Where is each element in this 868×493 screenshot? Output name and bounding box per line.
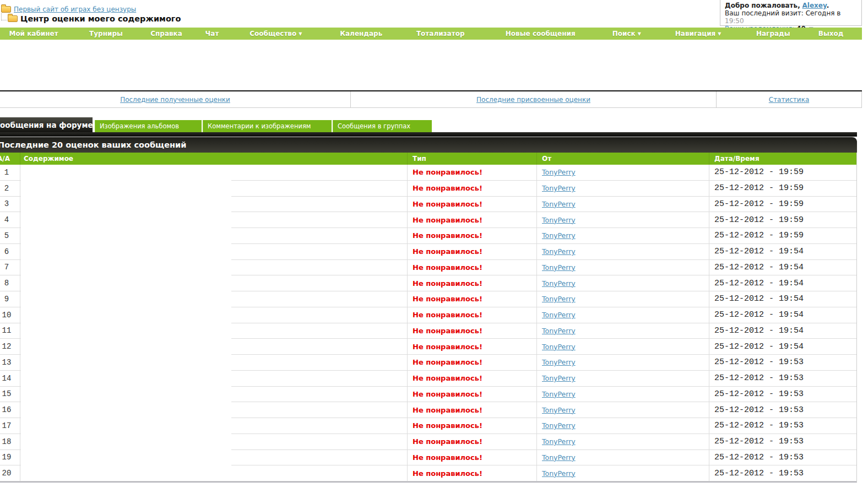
tab-group-messages[interactable]: Сообщения в группах xyxy=(333,120,432,132)
user-profile-link[interactable]: TonyPerry xyxy=(542,263,576,272)
user-profile-link[interactable]: TonyPerry xyxy=(542,216,576,224)
statistics-link[interactable]: Статистика xyxy=(769,96,810,104)
rating-from-cell: TonyPerry xyxy=(537,197,709,212)
row-number: 15 xyxy=(0,387,20,402)
received-ratings-link[interactable]: Последние полученные оценки xyxy=(120,96,230,104)
rating-from-cell: TonyPerry xyxy=(537,260,709,275)
user-profile-link[interactable]: TonyPerry xyxy=(542,469,576,478)
rating-type: Не понравилось! xyxy=(408,197,537,212)
nav-item-awards[interactable]: Награды xyxy=(756,28,790,40)
row-number: 11 xyxy=(0,323,20,339)
user-profile-link[interactable]: TonyPerry xyxy=(542,279,576,288)
rating-datetime: 25-12-2012 - 19:54 xyxy=(709,323,857,339)
nav-item-label: Награды xyxy=(756,30,790,37)
rating-datetime: 25-12-2012 - 19:54 xyxy=(709,260,857,275)
tab-forum-messages[interactable]: Сообщения на форуме xyxy=(0,117,93,132)
rating-datetime: 25-12-2012 - 19:54 xyxy=(709,307,857,323)
rating-from-cell: TonyPerry xyxy=(537,402,709,418)
tab-divider-bar xyxy=(0,132,857,137)
rating-type: Не понравилось! xyxy=(408,465,537,481)
statistics-cell: Статистика xyxy=(717,91,862,108)
rating-datetime: 25-12-2012 - 19:53 xyxy=(709,355,857,370)
user-profile-link[interactable]: TonyPerry xyxy=(542,247,576,256)
folder-icon xyxy=(1,6,11,13)
quick-links-row: Последние полученные оценки Последние пр… xyxy=(0,90,862,108)
rating-from-cell: TonyPerry xyxy=(537,291,709,307)
nav-item-totalizator[interactable]: Тотализатор xyxy=(416,28,465,40)
user-profile-link[interactable]: TonyPerry xyxy=(542,421,576,430)
given-ratings-link[interactable]: Последние присвоенные оценки xyxy=(476,96,590,104)
rating-from-cell: TonyPerry xyxy=(537,371,709,386)
nav-item-chat[interactable]: Чат xyxy=(205,28,219,40)
open-folder-icon xyxy=(8,15,18,22)
nav-item-calendar[interactable]: Календарь xyxy=(340,28,382,40)
user-profile-link[interactable]: TonyPerry xyxy=(542,184,576,192)
nav-item-label: Тотализатор xyxy=(416,30,465,37)
row-number: 13 xyxy=(0,355,20,370)
user-profile-link[interactable]: TonyPerry xyxy=(542,168,576,176)
rating-datetime: 25-12-2012 - 19:53 xyxy=(709,371,857,386)
chevron-down-icon: ▼ xyxy=(638,31,641,36)
user-profile-link[interactable]: TonyPerry xyxy=(542,327,576,335)
row-number: 10 xyxy=(0,307,20,323)
nav-item-label: Навигация xyxy=(675,30,716,37)
row-number: 9 xyxy=(0,291,20,307)
row-number: 7 xyxy=(0,260,20,275)
rating-from-cell: TonyPerry xyxy=(537,212,709,227)
tab-image-comments[interactable]: Комментарии к изображениям xyxy=(203,120,332,132)
nav-item-navigation[interactable]: Навигация▼ xyxy=(675,28,721,40)
user-profile-link[interactable]: TonyPerry xyxy=(542,374,576,382)
site-home-link[interactable]: Первый сайт об играх без цензуры xyxy=(14,6,136,13)
rating-type: Не понравилось! xyxy=(408,339,537,354)
user-profile-link[interactable]: TonyPerry xyxy=(542,406,576,414)
row-number: 4 xyxy=(0,212,20,227)
chevron-down-icon: ▼ xyxy=(718,31,721,36)
nav-item-search[interactable]: Поиск▼ xyxy=(612,28,641,40)
nav-item-community[interactable]: Сообщество▼ xyxy=(249,28,302,40)
row-number: 20 xyxy=(0,465,20,481)
rating-from-cell: TonyPerry xyxy=(537,244,709,259)
tab-album-images[interactable]: Изображения альбомов xyxy=(95,120,202,132)
nav-item-tournaments[interactable]: Турниры xyxy=(89,28,123,40)
rating-type: Не понравилось! xyxy=(408,402,537,418)
row-number: 12 xyxy=(0,339,20,354)
nav-item-cabinet[interactable]: Мой кабинет xyxy=(9,28,58,40)
rating-type: Не понравилось! xyxy=(408,307,537,323)
user-profile-link[interactable]: TonyPerry xyxy=(542,343,576,351)
column-header-content: Содержимое xyxy=(20,153,408,165)
user-profile-link[interactable]: TonyPerry xyxy=(542,231,576,240)
row-number: 5 xyxy=(0,228,20,243)
user-profile-link[interactable]: TonyPerry xyxy=(542,200,576,208)
nav-item-help[interactable]: Справка xyxy=(150,28,182,40)
rating-type: Не понравилось! xyxy=(408,165,537,180)
current-user-link[interactable]: Alexey xyxy=(802,2,827,9)
nav-item-label: Турниры xyxy=(89,30,123,37)
nav-item-new-messages[interactable]: Новые сообщения xyxy=(506,28,576,40)
rating-type: Не понравилось! xyxy=(408,450,537,465)
user-profile-link[interactable]: TonyPerry xyxy=(542,311,576,319)
rating-from-cell: TonyPerry xyxy=(537,355,709,370)
page: Первый сайт об играх без цензуры Центр о… xyxy=(0,0,868,493)
rating-datetime: 25-12-2012 - 19:59 xyxy=(709,165,857,180)
rating-type: Не понравилось! xyxy=(408,212,537,227)
user-profile-link[interactable]: TonyPerry xyxy=(542,453,576,462)
row-number: 6 xyxy=(0,244,20,259)
user-profile-link[interactable]: TonyPerry xyxy=(542,295,576,303)
main-nav: Мой кабинетТурнирыСправкаЧатСообщество▼К… xyxy=(0,28,862,40)
rating-datetime: 25-12-2012 - 19:53 xyxy=(709,387,857,402)
rating-type: Не понравилось! xyxy=(408,355,537,370)
rating-datetime: 25-12-2012 - 19:53 xyxy=(709,450,857,465)
rating-from-cell: TonyPerry xyxy=(537,450,709,465)
user-profile-link[interactable]: TonyPerry xyxy=(542,390,576,398)
column-header-type: Тип xyxy=(408,153,537,165)
chevron-down-icon: ▼ xyxy=(299,31,302,36)
user-profile-link[interactable]: TonyPerry xyxy=(542,358,576,366)
last-visit: Ваш последний визит: Сегодня в 19:50 xyxy=(725,9,857,25)
rating-datetime: 25-12-2012 - 19:53 xyxy=(709,465,857,481)
rating-datetime: 25-12-2012 - 19:59 xyxy=(709,181,857,196)
breadcrumb-page: Центр оценки моего содержимого xyxy=(1,14,181,23)
breadcrumb: Первый сайт об играх без цензуры Центр о… xyxy=(1,4,181,23)
rating-type: Не понравилось! xyxy=(408,323,537,339)
nav-item-logout[interactable]: Выход xyxy=(818,28,844,40)
user-profile-link[interactable]: TonyPerry xyxy=(542,437,576,446)
